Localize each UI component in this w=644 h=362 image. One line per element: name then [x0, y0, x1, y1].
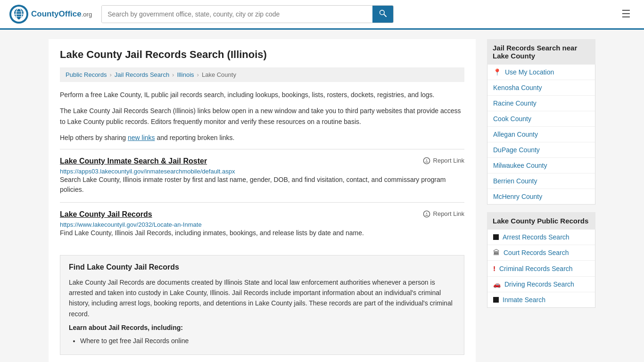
driving-icon: 🚗: [493, 281, 501, 288]
result-desc-1: Find Lake County, Illinois Jail Records,…: [60, 228, 464, 238]
sidebar-nearby-link-1[interactable]: Kenosha County: [493, 84, 542, 91]
logo-link[interactable]: CountyOffice.org: [9, 5, 92, 24]
icon-square: [493, 297, 499, 303]
find-section: Find Lake County Jail Records Lake Count…: [60, 255, 464, 355]
find-section-learn-heading: Learn about Jail Records, including:: [69, 324, 455, 331]
results-container: Lake County Inmate Search & Jail Roster …: [60, 149, 464, 246]
sidebar-nearby-link-0[interactable]: Use My Location: [505, 68, 554, 76]
svg-line-7: [384, 14, 387, 16]
page-wrapper: Lake County Jail Records Search (Illinoi…: [39, 30, 605, 362]
find-section-heading: Find Lake County Jail Records: [69, 263, 455, 272]
sidebar-records-heading: Lake County Public Records: [487, 212, 595, 230]
main-content: Lake County Jail Records Search (Illinoi…: [49, 39, 476, 362]
result-title-0[interactable]: Lake County Inmate Search & Jail Roster: [60, 157, 207, 165]
intro-para-3: Help others by sharing new links and rep…: [60, 132, 464, 143]
sidebar-nearby-link-6[interactable]: Milwaukee County: [493, 162, 547, 169]
breadcrumb-jail-records-search[interactable]: Jail Records Search: [115, 71, 169, 78]
find-section-list: Where to get free Jail Records online: [69, 335, 455, 347]
sidebar: Jail Records Search near Lake County 📍 U…: [487, 39, 595, 362]
header: CountyOffice.org ☰: [0, 0, 644, 30]
location-icon-0: 📍: [493, 68, 501, 76]
sidebar-record-item-1: 🏛 Court Records Search: [487, 245, 595, 261]
sidebar-nearby-link-3[interactable]: Cook County: [493, 115, 531, 123]
result-title-1[interactable]: Lake County Jail Records: [60, 210, 152, 219]
sidebar-record-item-3: 🚗 Driving Records Search: [487, 277, 595, 292]
svg-rect-12: [493, 234, 499, 240]
report-icon-0: [423, 157, 430, 165]
find-section-list-item: Where to get free Jail Records online: [80, 335, 455, 347]
sidebar-nearby-item-7: Berrien County: [487, 173, 595, 189]
sidebar-nearby-link-4[interactable]: Allegan County: [493, 131, 538, 138]
sidebar-record-link-3[interactable]: Driving Records Search: [504, 280, 574, 288]
report-icon-1: [423, 210, 430, 218]
search-button[interactable]: [372, 6, 393, 23]
logo-text: CountyOffice.org: [31, 9, 92, 19]
criminal-icon: !: [493, 264, 495, 272]
sidebar-record-link-4[interactable]: Inmate Search: [503, 296, 545, 304]
sidebar-record-link-2[interactable]: Criminal Records Search: [499, 265, 573, 272]
sidebar-record-item-0: Arrest Records Search: [487, 230, 595, 245]
sidebar-record-link-1[interactable]: Court Records Search: [504, 249, 569, 256]
sidebar-nearby-item-3: Cook County: [487, 111, 595, 127]
court-icon: 🏛: [493, 249, 500, 256]
result-url-1[interactable]: https://www.lakecountyil.gov/2032/Locate…: [60, 221, 202, 228]
search-input[interactable]: [102, 6, 372, 23]
sidebar-nearby-item-8: McHenry County: [487, 189, 595, 204]
sidebar-record-link-0[interactable]: Arrest Records Search: [503, 233, 570, 241]
sidebar-nearby-item-6: Milwaukee County: [487, 158, 595, 173]
breadcrumb-lake-county: Lake County: [202, 71, 236, 78]
sidebar-nearby-item-4: Allegan County: [487, 127, 595, 142]
report-link-1[interactable]: Report Link: [423, 210, 464, 218]
breadcrumb: Public Records › Jail Records Search › I…: [60, 67, 464, 82]
sidebar-nearby-section: Jail Records Search near Lake County 📍 U…: [487, 39, 595, 205]
result-card-0: Lake County Inmate Search & Jail Roster …: [60, 149, 464, 202]
sidebar-nearby-item-0: 📍 Use My Location: [487, 65, 595, 80]
sidebar-records-list: Arrest Records Search 🏛 Court Records Se…: [487, 230, 595, 308]
sidebar-nearby-link-7[interactable]: Berrien County: [493, 177, 537, 185]
find-section-para1: Lake County Jail Records are documents c…: [69, 277, 455, 320]
sidebar-record-item-2: ! Criminal Records Search: [487, 261, 595, 277]
sidebar-record-item-4: Inmate Search: [487, 292, 595, 307]
intro-para-2: The Lake County Jail Records Search (Ill…: [60, 106, 464, 127]
logo-icon: [9, 5, 28, 24]
breadcrumb-illinois[interactable]: Illinois: [177, 71, 194, 78]
search-icon: [379, 9, 387, 17]
result-card-header-0: Lake County Inmate Search & Jail Roster …: [60, 157, 464, 165]
result-url-0[interactable]: https://apps03.lakecountyil.gov/inmatese…: [60, 168, 235, 175]
sidebar-records-section: Lake County Public Records Arrest Record…: [487, 212, 595, 308]
result-card-1: Lake County Jail Records Report Link htt…: [60, 202, 464, 246]
sidebar-nearby-item-5: DuPage County: [487, 142, 595, 158]
sidebar-nearby-list: 📍 Use My Location Kenosha County Racine …: [487, 65, 595, 205]
intro-para-1: Perform a free Lake County, IL public ja…: [60, 90, 464, 100]
sidebar-nearby-item-1: Kenosha County: [487, 80, 595, 96]
sidebar-nearby-heading: Jail Records Search near Lake County: [487, 39, 595, 65]
sidebar-nearby-link-8[interactable]: McHenry County: [493, 193, 542, 200]
hamburger-menu[interactable]: ☰: [618, 6, 635, 22]
svg-rect-13: [493, 297, 499, 303]
sidebar-nearby-item-2: Racine County: [487, 96, 595, 111]
header-right: ☰: [618, 6, 635, 22]
report-link-0[interactable]: Report Link: [423, 157, 464, 165]
page-title: Lake County Jail Records Search (Illinoi…: [60, 49, 464, 61]
search-bar: [101, 5, 394, 23]
result-card-header-1: Lake County Jail Records Report Link: [60, 210, 464, 219]
sidebar-nearby-link-5[interactable]: DuPage County: [493, 146, 540, 154]
icon-square: [493, 234, 499, 240]
new-links-link[interactable]: new links: [128, 134, 155, 141]
breadcrumb-public-records[interactable]: Public Records: [66, 71, 107, 78]
sidebar-nearby-link-2[interactable]: Racine County: [493, 99, 537, 107]
result-desc-0: Search Lake County, Illinois inmate rost…: [60, 175, 464, 195]
